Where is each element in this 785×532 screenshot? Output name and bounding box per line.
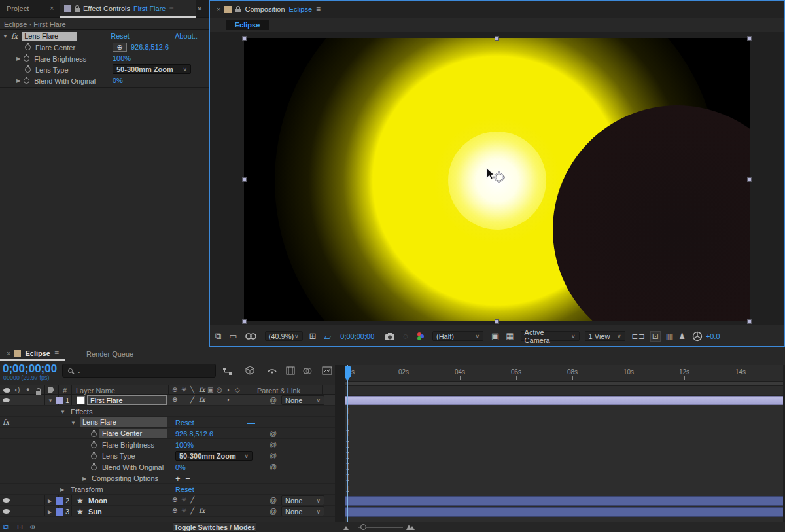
- comp-viewer[interactable]: [210, 32, 784, 325]
- property-value[interactable]: 100%: [113, 54, 131, 62]
- pickwhip-icon[interactable]: @: [270, 452, 277, 459]
- expand-in-out-icon[interactable]: ⇹: [29, 523, 35, 531]
- tab-eclipse[interactable]: × Eclipse ≡: [0, 347, 65, 361]
- label-color-swatch[interactable]: [56, 397, 63, 404]
- tab-effect-controls[interactable]: Effect Controls First Flare ≡: [60, 0, 196, 18]
- exposure-value[interactable]: +0.0: [706, 332, 720, 340]
- snapshot-camera-icon[interactable]: [385, 332, 395, 341]
- stopwatch-icon[interactable]: [91, 465, 97, 470]
- parent-pickwhip-icon[interactable]: @: [270, 496, 277, 504]
- parent-dropdown[interactable]: None ∨: [281, 495, 324, 505]
- effect-name[interactable]: Lens Flare: [80, 417, 167, 427]
- layer-bar-sun[interactable]: [345, 507, 783, 517]
- flowchart-icon[interactable]: ♟: [678, 332, 686, 341]
- selection-handle[interactable]: [242, 319, 247, 324]
- transparency-grid-icon[interactable]: ▦: [506, 331, 514, 341]
- property-value[interactable]: 926.8,512.6: [175, 430, 213, 438]
- layer-bar-moon[interactable]: [345, 496, 783, 506]
- expand-triangle-icon[interactable]: ▼: [3, 33, 8, 39]
- property-value[interactable]: 100%: [175, 441, 194, 449]
- reset-link[interactable]: Reset: [175, 486, 194, 493]
- comp-breadcrumb-tab[interactable]: Eclipse: [226, 20, 269, 30]
- expand-triangle-icon[interactable]: ▶: [16, 56, 20, 62]
- expand-triangle-icon[interactable]: ▼: [71, 420, 76, 426]
- pixel-aspect-icon[interactable]: ⊡: [650, 331, 661, 342]
- expand-triangle-icon[interactable]: ▶: [48, 498, 52, 504]
- adjustment-switch-icon[interactable]: ◑: [226, 396, 230, 403]
- fast-previews-icon[interactable]: ▣: [491, 331, 499, 341]
- ec-effect-header[interactable]: ▼ fx Lens Flare Reset About..: [0, 31, 209, 41]
- stopwatch-icon[interactable]: [91, 431, 97, 437]
- 3d-view-dropdown[interactable]: Active Camera ∨: [521, 331, 580, 341]
- close-icon[interactable]: ×: [217, 5, 220, 13]
- shy-switch-icon[interactable]: ✳: [181, 496, 186, 503]
- parent-dropdown[interactable]: None ∨: [281, 395, 324, 405]
- stopwatch-icon[interactable]: [25, 44, 31, 50]
- expand-triangle-icon[interactable]: ▼: [48, 398, 53, 404]
- fx-switch-icon[interactable]: fx: [199, 396, 205, 403]
- layer-name[interactable]: Moon: [88, 497, 107, 505]
- parent-dropdown[interactable]: None ∨: [281, 506, 324, 516]
- quality-switch-icon[interactable]: ╱: [190, 396, 194, 403]
- panel-menu-icon[interactable]: ≡: [169, 4, 173, 13]
- exposure-shutter-icon[interactable]: [692, 331, 703, 342]
- pickwhip-icon[interactable]: @: [270, 440, 277, 448]
- shy-layers-icon[interactable]: [267, 367, 277, 375]
- property-value[interactable]: 926.8,512.6: [131, 43, 169, 51]
- view-layout-dropdown[interactable]: 1 View ∨: [585, 331, 625, 341]
- draft-3d-icon[interactable]: [245, 366, 255, 376]
- selection-handle[interactable]: [242, 36, 247, 41]
- parent-pickwhip-icon[interactable]: @: [270, 396, 277, 404]
- time-ruler[interactable]: 00s 02s 04s 06s 08s 10s 12s 14s: [345, 365, 783, 382]
- stopwatch-icon[interactable]: [91, 442, 97, 448]
- current-time-indicator-line[interactable]: [347, 365, 348, 523]
- effect-point-button[interactable]: ⊕: [113, 43, 127, 52]
- show-snapshot-icon[interactable]: ◌: [403, 331, 408, 341]
- selection-handle[interactable]: [495, 36, 499, 41]
- about-link[interactable]: About..: [175, 32, 198, 40]
- prop-row-compositing-options[interactable]: ▶ Compositing Options + −: [0, 473, 335, 484]
- eye-icon[interactable]: [3, 498, 10, 503]
- collapse-switch-icon[interactable]: ⊕: [172, 507, 177, 514]
- prop-row-lens-flare[interactable]: fx ▼ Lens Flare Reset: [0, 417, 335, 428]
- layer-name[interactable]: Sun: [88, 508, 102, 516]
- minus-indicator[interactable]: [247, 423, 255, 424]
- stopwatch-icon[interactable]: [24, 56, 29, 62]
- resolution-dropdown[interactable]: (Half) ∨: [432, 331, 483, 341]
- property-value[interactable]: 0%: [113, 77, 123, 84]
- primary-viewer-icon[interactable]: ▭: [229, 331, 237, 341]
- fx-switch-icon[interactable]: fx: [199, 507, 205, 514]
- selection-handle[interactable]: [747, 177, 752, 182]
- panel-menu-icon[interactable]: ≡: [316, 5, 321, 14]
- expand-transfer-controls-icon[interactable]: ⊡: [17, 523, 23, 531]
- reset-link[interactable]: Reset: [111, 32, 130, 40]
- pane-divider[interactable]: [335, 365, 345, 522]
- stopwatch-icon[interactable]: [91, 453, 97, 459]
- prop-row-lens-type[interactable]: Lens Type 50-300mm Zoom ∨ @: [0, 451, 335, 461]
- collapse-switch-icon[interactable]: ⊕: [172, 396, 177, 403]
- prop-row-flare-brightness[interactable]: Flare Brightness 100% @: [0, 440, 335, 450]
- lens-type-dropdown[interactable]: 50-300mm Zoom ∨: [175, 451, 253, 461]
- layer-row-first-flare[interactable]: ▼ 1 First Flare ⊕ ╱ fx ◑ @ None ∨: [0, 395, 335, 406]
- stopwatch-icon[interactable]: [24, 78, 29, 84]
- rulers-icon[interactable]: ▥: [666, 332, 673, 341]
- magnification-dropdown[interactable]: (40.9%) ∨: [265, 331, 303, 341]
- tab-project[interactable]: Project: [7, 5, 29, 12]
- expand-triangle-icon[interactable]: ▶: [48, 509, 52, 515]
- expand-triangle-icon[interactable]: ▼: [60, 409, 65, 415]
- work-area-bar[interactable]: [345, 382, 783, 386]
- property-value[interactable]: 0%: [175, 463, 186, 471]
- collapse-switch-icon[interactable]: ⊕: [172, 496, 177, 503]
- close-icon[interactable]: ×: [7, 349, 10, 357]
- selection-handle[interactable]: [242, 177, 247, 182]
- quality-switch-icon[interactable]: ╱: [190, 496, 194, 503]
- eye-icon[interactable]: [3, 398, 10, 402]
- expand-layer-switches-icon[interactable]: ⧉: [3, 523, 9, 531]
- prop-row-effects[interactable]: ▼ Effects: [0, 406, 335, 417]
- label-color-swatch[interactable]: [56, 508, 63, 516]
- expand-triangle-icon[interactable]: ▶: [16, 78, 20, 84]
- pickwhip-icon[interactable]: @: [270, 463, 277, 470]
- selection-handle[interactable]: [747, 36, 752, 41]
- search-input[interactable]: [86, 367, 203, 375]
- pickwhip-icon[interactable]: @: [270, 429, 277, 437]
